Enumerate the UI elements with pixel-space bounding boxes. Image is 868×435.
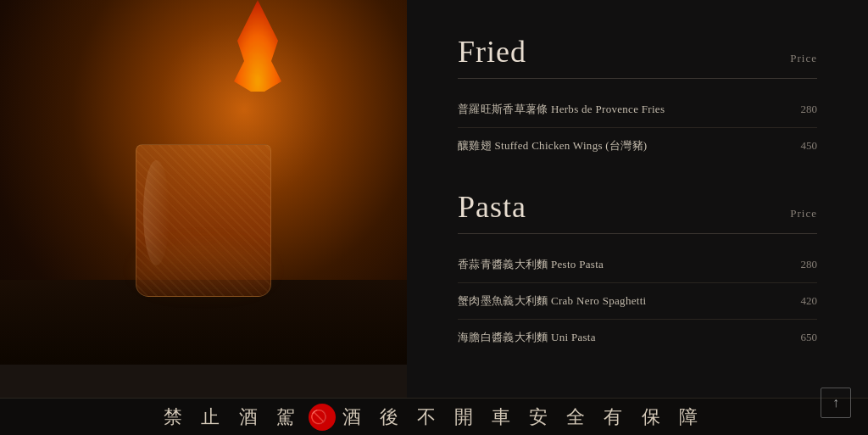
- banner-text: 禁 止 酒 駕 🚫 酒 後 不 開 車 安 全 有 保 障: [164, 404, 704, 431]
- scroll-top-icon: ↑: [832, 395, 839, 410]
- pasta-section-header: Pasta Price: [458, 189, 817, 234]
- fried-item-1-name: 普羅旺斯香草薯條 Herbs de Provence Fries: [458, 102, 665, 117]
- pasta-item-1-price: 280: [783, 258, 817, 271]
- pasta-item-3: 海膽白醬義大利麵 Uni Pasta 650: [458, 320, 817, 355]
- pasta-price-label: Price: [790, 207, 817, 220]
- pasta-item-2-price: 420: [783, 294, 817, 308]
- fried-item-2: 釀雞翅 Stuffed Chicken Wings (台灣豬) 450: [458, 128, 817, 164]
- main-content: Fried Price 普羅旺斯香草薯條 Herbs de Provence F…: [0, 0, 868, 398]
- scroll-top-button[interactable]: ↑: [821, 388, 851, 418]
- banner-no-drunk-driving: 禁 止 酒 駕: [164, 404, 301, 430]
- fried-section: Fried Price 普羅旺斯香草薯條 Herbs de Provence F…: [458, 34, 817, 164]
- fried-item-1: 普羅旺斯香草薯條 Herbs de Provence Fries 280: [458, 92, 817, 128]
- pasta-item-2: 蟹肉墨魚義大利麵 Crab Nero Spaghetti 420: [458, 283, 817, 320]
- banner-safety-message: 酒 後 不 開 車 安 全 有 保 障: [342, 404, 704, 430]
- fried-section-header: Fried Price: [458, 34, 817, 79]
- pasta-item-3-price: 650: [783, 331, 817, 344]
- pasta-item-3-name: 海膽白醬義大利麵 Uni Pasta: [458, 330, 596, 345]
- fried-item-2-name: 釀雞翅 Stuffed Chicken Wings (台灣豬): [458, 138, 648, 153]
- pasta-section-title: Pasta: [458, 189, 526, 225]
- reflection-decoration: [136, 242, 271, 301]
- fried-price-label: Price: [790, 52, 817, 65]
- menu-panel: Fried Price 普羅旺斯香草薯條 Herbs de Provence F…: [407, 0, 868, 398]
- pasta-section: Pasta Price 香蒜青醬義大利麵 Pesto Pasta 280 蟹肉墨…: [458, 189, 817, 355]
- pasta-item-1-name: 香蒜青醬義大利麵 Pesto Pasta: [458, 257, 604, 272]
- no-drunk-driving-icon: 🚫: [309, 404, 336, 431]
- pasta-item-2-name: 蟹肉墨魚義大利麵 Crab Nero Spaghetti: [458, 293, 647, 309]
- fried-section-title: Fried: [458, 34, 526, 70]
- image-panel: [0, 0, 407, 365]
- fried-item-1-price: 280: [783, 103, 817, 116]
- bottom-banner: 禁 止 酒 駕 🚫 酒 後 不 開 車 安 全 有 保 障 ↑: [0, 398, 868, 435]
- fried-item-2-price: 450: [783, 139, 817, 153]
- pasta-item-1: 香蒜青醬義大利麵 Pesto Pasta 280: [458, 247, 817, 283]
- flame-decoration: [224, 0, 292, 102]
- page-wrapper: Fried Price 普羅旺斯香草薯條 Herbs de Provence F…: [0, 0, 868, 435]
